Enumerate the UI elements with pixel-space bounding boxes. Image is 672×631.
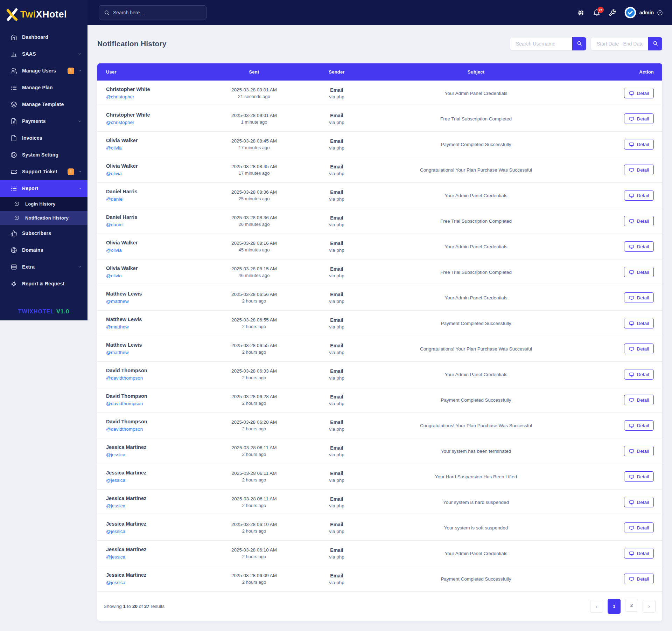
sent-relative-time: 2 hours ago bbox=[213, 375, 295, 380]
pagination-prev-button[interactable]: ‹ bbox=[590, 600, 603, 613]
sidebar-item-report[interactable]: Report bbox=[0, 180, 88, 197]
detail-button[interactable]: Detail bbox=[624, 241, 654, 252]
sidebar-item-domains[interactable]: Domains bbox=[0, 242, 88, 258]
bell-icon[interactable]: 9+ bbox=[593, 9, 600, 16]
table-row: Daniel Harris @daniel 2025-03-28 08:36 A… bbox=[97, 208, 662, 234]
sidebar-nav: DashboardSAASManage Users!Manage PlanMan… bbox=[0, 29, 88, 292]
sent-relative-time: 46 minutes ago bbox=[213, 273, 295, 278]
sender-type: Email bbox=[295, 113, 378, 118]
detail-button[interactable]: Detail bbox=[624, 292, 654, 303]
sidebar-item-label: Dashboard bbox=[22, 34, 82, 40]
global-search-input[interactable] bbox=[113, 10, 201, 15]
username-link[interactable]: @daniel bbox=[106, 222, 124, 227]
username-link[interactable]: @christopher bbox=[106, 94, 134, 99]
pagination-page-1-current[interactable]: 1 bbox=[608, 599, 621, 614]
detail-button[interactable]: Detail bbox=[624, 88, 654, 98]
username-link[interactable]: @olivia bbox=[106, 273, 121, 278]
username-link[interactable]: @matthew bbox=[106, 324, 129, 330]
detail-button[interactable]: Detail bbox=[624, 190, 654, 201]
notification-subject: Your Admin Panel Credentials bbox=[378, 193, 574, 198]
detail-button[interactable]: Detail bbox=[624, 420, 654, 431]
date-search-button[interactable] bbox=[648, 37, 662, 50]
table-row: Jessica Martinez @jessica 2025-03-28 06:… bbox=[97, 464, 662, 490]
detail-button[interactable]: Detail bbox=[624, 113, 654, 124]
sidebar-item-report-request[interactable]: Report & Request bbox=[0, 275, 88, 292]
detail-button[interactable]: Detail bbox=[624, 548, 654, 559]
username-link[interactable]: @olivia bbox=[106, 248, 121, 253]
sidebar-item-manage-users[interactable]: Manage Users! bbox=[0, 62, 88, 79]
pagination: ‹ 12 › bbox=[590, 599, 656, 614]
sidebar-item-saas[interactable]: SAAS bbox=[0, 46, 88, 62]
username-link[interactable]: @davidthompson bbox=[106, 375, 143, 381]
brand-text: TwiXHotel bbox=[20, 9, 67, 20]
sidebar-item-manage-plan[interactable]: Manage Plan bbox=[0, 79, 88, 96]
username-link[interactable]: @jessica bbox=[106, 503, 125, 508]
sidebar-item-label: Domains bbox=[22, 247, 82, 253]
detail-button-label: Detail bbox=[637, 576, 649, 582]
date-range-input[interactable] bbox=[591, 37, 648, 50]
username-link[interactable]: @davidthompson bbox=[106, 427, 143, 432]
column-header-subject: Subject bbox=[378, 69, 574, 75]
globe-icon[interactable] bbox=[577, 9, 584, 16]
username-link[interactable]: @jessica bbox=[106, 452, 125, 457]
username-link[interactable]: @jessica bbox=[106, 529, 125, 534]
sidebar-item-manage-template[interactable]: Manage Template bbox=[0, 96, 88, 113]
username-link[interactable]: @olivia bbox=[106, 171, 121, 176]
username-link[interactable]: @matthew bbox=[106, 299, 129, 304]
sender-type: Email bbox=[295, 471, 378, 476]
detail-button[interactable]: Detail bbox=[624, 446, 654, 456]
detail-button-label: Detail bbox=[637, 525, 649, 531]
sidebar-item-support-ticket[interactable]: Support Ticket! bbox=[0, 163, 88, 180]
wrench-icon[interactable] bbox=[609, 9, 616, 16]
detail-button[interactable]: Detail bbox=[624, 522, 654, 533]
sent-date: 2025-03-28 08:16 AM bbox=[213, 241, 295, 246]
global-search[interactable] bbox=[99, 5, 206, 20]
monitor-icon bbox=[629, 551, 634, 556]
detail-button[interactable]: Detail bbox=[624, 471, 654, 482]
username-link[interactable]: @christopher bbox=[106, 120, 134, 125]
detail-button[interactable]: Detail bbox=[624, 267, 654, 277]
sidebar-item-system-setting[interactable]: System Setting bbox=[0, 146, 88, 163]
monitor-icon bbox=[629, 91, 634, 96]
sent-relative-time: 2 hours ago bbox=[213, 477, 295, 483]
detail-button[interactable]: Detail bbox=[624, 139, 654, 150]
username-link[interactable]: @olivia bbox=[106, 145, 121, 151]
sidebar-item-label: Report bbox=[22, 186, 78, 191]
sidebar-item-subscribers[interactable]: Subscribers bbox=[0, 225, 88, 242]
detail-button[interactable]: Detail bbox=[624, 318, 654, 328]
pagination-next-button[interactable]: › bbox=[643, 600, 656, 613]
username-search-input[interactable] bbox=[510, 37, 572, 50]
detail-button[interactable]: Detail bbox=[624, 369, 654, 380]
username-link[interactable]: @jessica bbox=[106, 478, 125, 483]
username-link[interactable]: @davidthompson bbox=[106, 401, 143, 406]
detail-button[interactable]: Detail bbox=[624, 216, 654, 226]
sent-date: 2025-03-28 06:11 AM bbox=[213, 471, 295, 476]
username-link[interactable]: @jessica bbox=[106, 554, 125, 560]
sent-date: 2025-03-28 06:09 AM bbox=[213, 573, 295, 578]
sidebar-item-extra[interactable]: Extra bbox=[0, 258, 88, 275]
user-menu[interactable]: admin bbox=[624, 7, 663, 19]
brand-logo[interactable]: TwiXHotel bbox=[0, 0, 88, 29]
sender-type: Email bbox=[295, 215, 378, 221]
detail-button-label: Detail bbox=[637, 423, 649, 428]
username-search-button[interactable] bbox=[572, 37, 586, 50]
detail-button[interactable]: Detail bbox=[624, 165, 654, 175]
monitor-icon bbox=[629, 295, 634, 300]
username-link[interactable]: @daniel bbox=[106, 196, 124, 202]
detail-button[interactable]: Detail bbox=[624, 344, 654, 354]
detail-button-label: Detail bbox=[637, 372, 649, 377]
username-link[interactable]: @matthew bbox=[106, 350, 129, 355]
sidebar-item-payments[interactable]: Payments bbox=[0, 113, 88, 130]
sidebar-item-notification-history[interactable]: Notification History bbox=[0, 211, 88, 225]
sidebar-item-invoices[interactable]: Invoices bbox=[0, 130, 88, 146]
detail-button-label: Detail bbox=[637, 167, 649, 173]
pagination-page-2[interactable]: 2 bbox=[625, 599, 638, 612]
detail-button[interactable]: Detail bbox=[624, 395, 654, 405]
detail-button[interactable]: Detail bbox=[624, 497, 654, 507]
detail-button[interactable]: Detail bbox=[624, 574, 654, 584]
notification-subject: Payment Completed Successfully bbox=[378, 397, 574, 403]
username-link[interactable]: @jessica bbox=[106, 580, 125, 585]
dot-circle-icon bbox=[14, 215, 21, 221]
sidebar-item-login-history[interactable]: Login History bbox=[0, 197, 88, 211]
sidebar-item-dashboard[interactable]: Dashboard bbox=[0, 29, 88, 46]
